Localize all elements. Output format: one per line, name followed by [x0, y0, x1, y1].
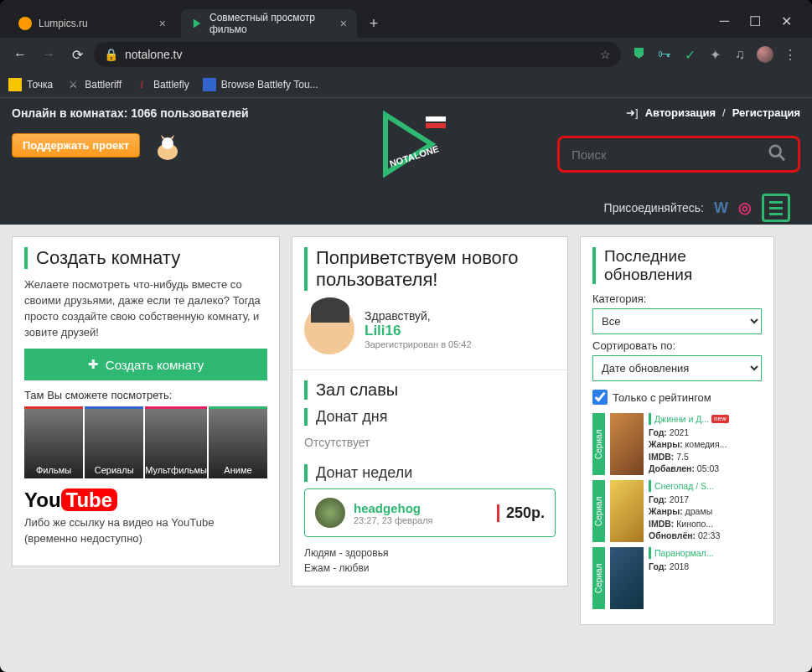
minimize-icon[interactable]: ─	[720, 13, 729, 29]
greet-username[interactable]: Lili16	[365, 323, 472, 339]
bookmark-star-icon[interactable]: ☆	[600, 48, 611, 61]
thumb-series[interactable]: Сериалы	[85, 406, 143, 478]
register-link[interactable]: Регистрация	[732, 106, 800, 119]
hamburger-menu[interactable]	[762, 194, 790, 222]
donor-time: 23:27, 23 февраля	[354, 515, 433, 525]
thumb-films[interactable]: Фильмы	[24, 406, 83, 478]
plus-icon: ✚	[88, 357, 99, 372]
search-input[interactable]	[572, 147, 768, 162]
search-box[interactable]	[557, 136, 800, 173]
close-window-icon[interactable]: ✕	[781, 13, 792, 29]
update-item[interactable]: Сериал Снегопад / S... Год: 2017 Жанры: …	[592, 480, 762, 542]
puzzle-icon[interactable]: ✦	[706, 46, 723, 63]
cat-icon	[151, 132, 184, 165]
browser-tab-active[interactable]: Совместный просмотр фильмо ×	[181, 9, 357, 38]
profile-avatar[interactable]	[757, 46, 773, 63]
user-avatar-icon	[304, 304, 354, 354]
social-bar: Присоединяйтесь: W ◎	[12, 191, 800, 225]
tab-close-icon[interactable]: ×	[340, 17, 347, 30]
tab-close-icon[interactable]: ×	[159, 17, 166, 30]
rating-only-label: Только с рейтингом	[613, 391, 711, 404]
watch-label: Там Вы сможете посмотреть:	[24, 389, 267, 401]
bookmark-label: Battleriff	[85, 79, 122, 90]
thumb-anime[interactable]: Аниме	[209, 406, 267, 478]
category-label: Категория:	[592, 292, 762, 305]
rating-only-input[interactable]	[592, 390, 608, 405]
update-item[interactable]: Сериал Паранормал... Год: 2018	[592, 547, 762, 609]
maximize-icon[interactable]: ☐	[749, 13, 761, 29]
bookmark-icon: ⅈ	[135, 78, 148, 91]
key-icon[interactable]: 🗝	[656, 46, 673, 63]
bookmark-item[interactable]: ⚔ Battleriff	[66, 78, 122, 91]
bookmark-item[interactable]: Browse Battlefy Tou...	[203, 78, 318, 91]
content-columns: Создать комнату Желаете посмотреть что-н…	[0, 225, 812, 637]
reload-button[interactable]: ⟳	[65, 43, 89, 66]
svg-point-1	[162, 137, 173, 149]
donor-avatar-icon	[315, 498, 345, 528]
updates-panel: Последние обновления Категория: Все Сорт…	[580, 236, 774, 625]
donate-week-title: Донат недели	[304, 464, 556, 482]
update-title: Джинни и Д...new	[649, 413, 762, 425]
music-icon[interactable]: ♫	[732, 46, 748, 63]
update-tag: Сериал	[592, 547, 605, 609]
site-logo[interactable]: NOTALONE	[360, 106, 453, 182]
join-label: Присоединяйтесь:	[604, 201, 704, 215]
update-poster	[610, 480, 644, 542]
create-room-panel: Создать комнату Желаете посмотреть что-н…	[12, 236, 280, 566]
create-room-title: Создать комнату	[24, 247, 267, 269]
donor-name[interactable]: headgehog	[354, 501, 433, 515]
back-button[interactable]: ←	[8, 43, 32, 66]
window-controls: ─ ☐ ✕	[720, 13, 804, 38]
page-viewport: Онлайн в комнатах: 1066 пользователей ➜]…	[0, 98, 812, 672]
support-button[interactable]: Поддержать проект	[12, 133, 140, 158]
donor-sum: 250р.	[497, 504, 545, 522]
youtube-note: Либо же ссылку на видео на YouTube (врем…	[24, 515, 267, 547]
youtube-logo: YouTube	[24, 488, 267, 512]
donor-card: headgehog 23:27, 23 февраля 250р.	[304, 488, 556, 537]
update-info: Паранормал... Год: 2018	[649, 547, 762, 609]
donate-day-absent: Отсутствует	[304, 432, 556, 457]
extension-icons: ⛊ 🗝 ✓ ✦ ♫ ⋮	[626, 46, 804, 63]
update-tag: Сериал	[592, 413, 605, 475]
thumb-cartoons[interactable]: Мультфильмы	[145, 406, 207, 478]
update-title: Паранормал...	[649, 547, 762, 559]
category-select[interactable]: Все	[592, 308, 762, 334]
bookmark-icon	[203, 78, 216, 91]
greet-title: Поприветствуем нового пользователя!	[304, 247, 556, 291]
update-item[interactable]: Сериал Джинни и Д...new Год: 2021 Жанры:…	[592, 413, 762, 475]
vk-icon[interactable]: W	[714, 199, 728, 217]
url-text: notalone.tv	[125, 48, 593, 61]
bookmark-label: Battlefly	[153, 79, 189, 90]
create-room-button-label: Создать комнату	[106, 358, 204, 372]
address-bar[interactable]: 🔒 notalone.tv ☆	[94, 42, 621, 67]
instagram-icon[interactable]: ◎	[738, 199, 752, 217]
check-icon[interactable]: ✓	[681, 46, 698, 63]
update-info: Снегопад / S... Год: 2017 Жанры: драмы I…	[649, 480, 762, 542]
tab-title: Lumpics.ru	[39, 18, 88, 29]
category-thumbs: Фильмы Сериалы Мультфильмы Аниме	[24, 406, 267, 478]
fame-title: Зал славы	[304, 380, 556, 400]
login-link[interactable]: Авторизация	[645, 106, 716, 119]
new-user-card: Здравствуй, Lili16 Зарегистрирован в 05:…	[304, 299, 556, 359]
menu-icon[interactable]: ⋮	[782, 46, 799, 63]
create-room-button[interactable]: ✚ Создать комнату	[24, 349, 267, 380]
search-icon[interactable]	[768, 143, 786, 165]
rating-only-checkbox[interactable]: Только с рейтингом	[592, 390, 762, 405]
new-tab-button[interactable]: +	[362, 12, 385, 35]
sort-select[interactable]: Дате обновления	[592, 355, 762, 381]
forward-button[interactable]: →	[37, 43, 60, 66]
shield-icon[interactable]: ⛊	[631, 46, 648, 63]
update-info: Джинни и Д...new Год: 2021 Жанры: комеди…	[649, 413, 762, 475]
bookmark-item[interactable]: Точка	[8, 78, 53, 91]
bookmark-item[interactable]: ⅈ Battlefly	[135, 78, 189, 91]
greet-sub: Зарегистрирован в 05:42	[365, 339, 472, 349]
bookmark-label: Точка	[27, 79, 53, 90]
browser-tab[interactable]: Lumpics.ru ×	[8, 9, 176, 38]
svg-text:NOTALONE: NOTALONE	[388, 143, 440, 168]
auth-separator: /	[722, 106, 726, 119]
bookmarks-bar: Точка ⚔ Battleriff ⅈ Battlefly Browse Ba…	[0, 71, 812, 98]
bookmark-icon: ⚔	[66, 78, 80, 91]
update-poster	[610, 413, 644, 475]
middle-column: Поприветствуем нового пользователя! Здра…	[292, 236, 568, 587]
update-tag: Сериал	[592, 480, 605, 542]
